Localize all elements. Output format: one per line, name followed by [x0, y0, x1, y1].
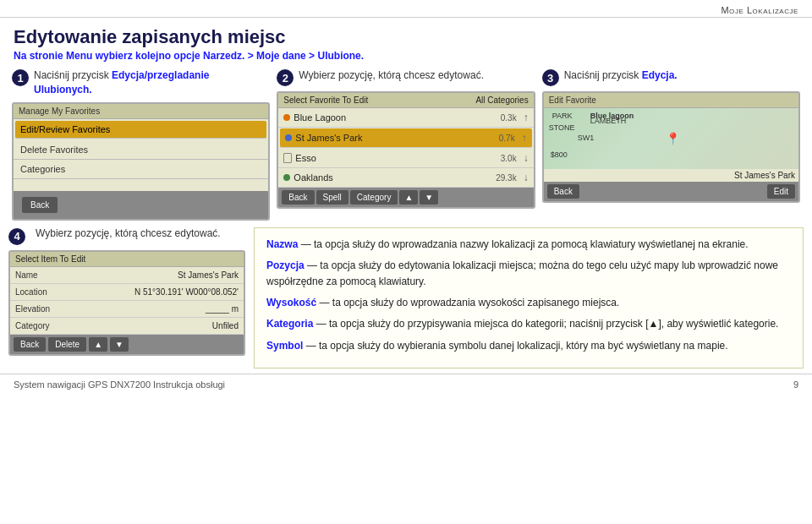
screen2-footer: Back Spell Category ▲ ▼ [278, 188, 533, 207]
step-4-num: 4 [8, 228, 25, 245]
step-1-text: Naciśnij przycisk Edycja/przegladanie Ul… [34, 68, 270, 97]
subtitle-mid: > [244, 50, 256, 62]
desc-para-3: Kategoria — ta opcja służy do przypisywa… [266, 316, 791, 332]
step-1-num: 1 [12, 69, 29, 86]
edit-up-btn[interactable]: ▲ [89, 337, 107, 352]
fav-dot-2 [283, 153, 292, 163]
map-blue-lagoon: Blue lagoon [590, 112, 634, 120]
desc-bold-4: Symbol [266, 340, 303, 352]
step-2-text: Wybierz pozycję, którą chcesz edytować. [299, 68, 484, 83]
desc-bold-0: Nazwa [266, 238, 298, 250]
step-2-num: 2 [277, 69, 294, 86]
step-3-header: 3 Naciśnij przycisk Edycja. [542, 68, 800, 86]
page-header-title: Moje Lokalizacje [721, 5, 798, 15]
screen-3: Edit Favorite PARK STONE SW1 LAMBETH $80… [542, 91, 800, 203]
screen2-header: Select Favorite To Edit All Categories [278, 93, 533, 108]
step-3: 3 Naciśnij przycisk Edycja. Edit Favorit… [539, 68, 804, 221]
page-title: Edytowanie zapisanych miejsc [14, 26, 798, 48]
edit-footer: Back Delete ▲ ▼ [10, 335, 244, 354]
fav-name-0: Blue Lagoon [294, 112, 497, 123]
fav-item-0[interactable]: Blue Lagoon 0.3k ↑ [278, 108, 533, 128]
screen1-back-btn[interactable]: Back [22, 197, 58, 213]
map-label-1: PARK [552, 112, 573, 120]
screen3-title: Edit Favorite [544, 93, 798, 108]
subtitle-bold3: Ulubione. [317, 50, 364, 62]
fav-dot-1 [285, 134, 292, 141]
step-2-header: 2 Wybierz pozycję, którą chcesz edytować… [277, 68, 535, 86]
screen1-item-delete[interactable]: Delete Favorites [14, 140, 268, 160]
screen3-edit-btn[interactable]: Edit [767, 184, 795, 199]
screen3-footer: Back Edit [544, 182, 798, 201]
subtitle-mid2: > [306, 50, 318, 62]
screen3-back-btn[interactable]: Back [547, 184, 579, 199]
fav-dot-0 [283, 114, 290, 121]
screen2-category-btn[interactable]: Category [350, 190, 398, 205]
screen2-down-btn[interactable]: ▼ [420, 190, 438, 205]
fav-item-2[interactable]: Esso 3.0k ↓ [278, 149, 533, 168]
fav-item-1[interactable]: St James's Park 0.7k ↑ [280, 128, 531, 148]
fav-arrow-3: ↓ [524, 172, 529, 183]
edit-row-2[interactable]: Elevation _____ m [10, 301, 244, 318]
step-4-area: 4 Wybierz pozycję, którą chcesz edytować… [8, 227, 245, 368]
fav-arrow-2: ↓ [524, 152, 529, 164]
subtitle-plain: Na stronie Menu wybierz kolejno opcje [14, 50, 203, 62]
screen2-back-btn[interactable]: Back [282, 190, 314, 205]
desc-para-0: Nazwa — ta opcja służy do wprowadzania n… [266, 237, 791, 253]
footer-left: System nawigacji GPS DNX7200 Instrukcja … [14, 379, 225, 390]
subtitle-bold1: Narzedz. [203, 50, 244, 62]
screen3-park-label: St James's Park [544, 169, 798, 182]
edit-value-0: St James's Park [74, 270, 239, 280]
fav-name-3: Oaklands [294, 172, 492, 183]
edit-back-btn[interactable]: Back [14, 337, 46, 352]
step-4-header: 4 Wybierz pozycję, którą chcesz edytować… [8, 227, 245, 245]
desc-text-4: — ta opcja służy do wybierania symbolu d… [303, 340, 727, 352]
fav-arrow-1: ↑ [522, 132, 527, 144]
desc-text-1: — ta opcja służy do edytowania lokalizac… [266, 259, 778, 287]
desc-bold-1: Pozycja [266, 259, 304, 271]
edit-value-3: Unfiled [74, 321, 239, 330]
subtitle-bold2: Moje dane [256, 50, 306, 62]
desc-bold-3: Kategoria [266, 318, 313, 330]
desc-para-1: Pozycja — ta opcja służy do edytowania l… [266, 258, 791, 290]
step-3-num: 3 [542, 69, 559, 86]
screen2-up-btn[interactable]: ▲ [399, 190, 418, 205]
fav-name-1: St James's Park [295, 133, 495, 143]
edit-row-3[interactable]: Category Unfiled [10, 318, 244, 335]
screen1-item-edit[interactable]: Edit/Review Favorites [15, 121, 266, 139]
fav-dist-2: 3.0k [501, 154, 517, 163]
step-1-header: 1 Naciśnij przycisk Edycja/przegladanie … [12, 68, 270, 97]
edit-screen: Select Item To Edit Name St James's Park… [8, 250, 245, 356]
screen1-title: Manage My Favorites [14, 104, 268, 119]
map-label-3: SW1 [578, 134, 595, 142]
map-label-5: $800 [551, 150, 568, 159]
fav-item-3[interactable]: Oaklands 29.3k ↓ [278, 168, 533, 188]
description-panel: Nazwa — ta opcja służy do wprowadzania n… [254, 227, 804, 368]
fav-name-2: Esso [295, 153, 497, 163]
fav-dot-3 [283, 174, 290, 181]
step-4-text: Wybierz pozycję, którą chcesz edytować. [36, 227, 221, 239]
step-2: 2 Wybierz pozycję, którą chcesz edytować… [273, 68, 538, 221]
edit-value-1: N 51°30.191' W000°08.052' [74, 287, 239, 297]
page-header: Moje Lokalizacje [0, 0, 812, 18]
edit-down-btn[interactable]: ▼ [110, 337, 129, 352]
title-section: Edytowanie zapisanych miejsc Na stronie … [0, 18, 812, 65]
edit-delete-btn[interactable]: Delete [48, 337, 86, 352]
screen-1: Manage My Favorites Edit/Review Favorite… [12, 102, 270, 221]
map-label-2: STONE [549, 123, 575, 132]
desc-text-0: — ta opcja służy do wprowadzania nazwy l… [298, 238, 748, 250]
screen1-footer: Back [14, 191, 268, 219]
edit-value-2: _____ m [74, 304, 239, 314]
page-subtitle: Na stronie Menu wybierz kolejno opcje Na… [14, 50, 798, 62]
screen2-spell-btn[interactable]: Spell [316, 190, 348, 205]
edit-label-1: Location [15, 287, 74, 297]
edit-row-1[interactable]: Location N 51°30.191' W000°08.052' [10, 284, 244, 301]
edit-screen-title: Select Item To Edit [10, 252, 244, 267]
screen-2: Select Favorite To Edit All Categories B… [277, 91, 535, 209]
edit-label-3: Category [15, 321, 74, 330]
desc-para-4: Symbol — ta opcja służy do wybierania sy… [266, 338, 791, 354]
map-area: PARK STONE SW1 LAMBETH $800 📍 Blue lagoo… [544, 108, 798, 169]
desc-text-2: — ta opcja służy do wprowadzania wysokoś… [316, 297, 619, 308]
edit-label-2: Elevation [15, 304, 74, 314]
screen1-item-categories[interactable]: Categories [14, 160, 268, 179]
edit-row-0[interactable]: Name St James's Park [10, 267, 244, 284]
